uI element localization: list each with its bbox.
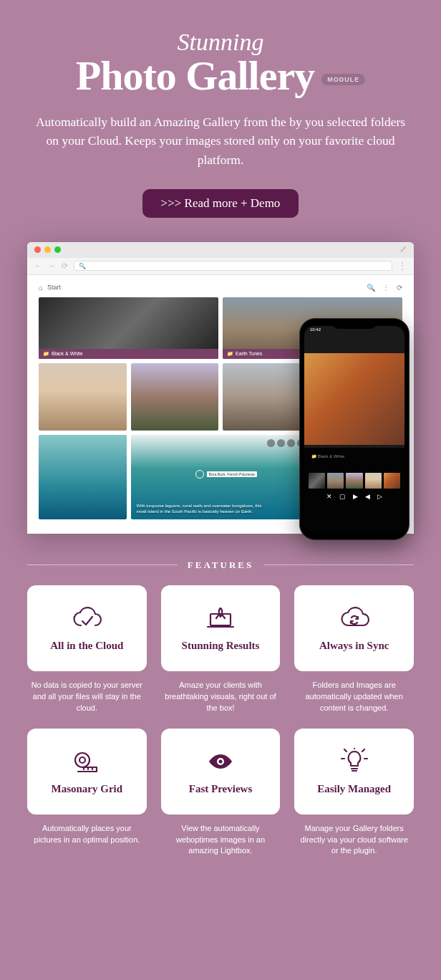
feature-desc: Automatically places your pictures in an… (27, 823, 147, 846)
next-icon: ▷ (377, 493, 382, 500)
play-icon: ▶ (353, 493, 358, 500)
control-icon (267, 439, 275, 447)
svg-point-2 (79, 757, 85, 763)
thumbnail (384, 473, 400, 489)
reload-icon: ⟳ (62, 261, 68, 271)
measure-tape-icon (69, 747, 104, 776)
kebab-icon: ⋮ (382, 284, 389, 292)
module-badge: MODULE (321, 74, 365, 85)
folder-icon: 📁 (43, 351, 49, 357)
tile-label: Black & White (52, 351, 83, 356)
thumbnail (365, 473, 382, 489)
location-pin: Bora Bora, French Polynesia (195, 470, 257, 479)
feature-title: Easily Managed (317, 783, 391, 795)
feature-sync: Always in Sync Folders and Images are au… (294, 585, 414, 714)
breadcrumb-start: Start (47, 284, 61, 291)
refresh-icon: ⟳ (397, 284, 402, 292)
browser-mockup: ⤢ ← → ⟳ 🔍 ⋮ ⌂ Start 🔍 (27, 242, 414, 534)
feature-desc: No data is copied to your server and all… (27, 680, 147, 714)
close-icon: ✕ (326, 493, 332, 500)
feature-results: Stunning Results Amaze your clients with… (161, 585, 281, 714)
control-icon (287, 439, 295, 447)
gallery-tile: 📁 Black & White (39, 297, 218, 359)
thumbnail (346, 473, 362, 489)
laptop-rocket-icon (203, 604, 238, 633)
browser-toolbar: ← → ⟳ 🔍 ⋮ (27, 258, 414, 275)
feature-preview: Fast Previews View the automatically web… (161, 729, 281, 858)
stop-icon: ▢ (339, 493, 346, 500)
gallery-tile (39, 363, 127, 431)
search-icon: 🔍 (367, 284, 375, 292)
home-icon: ⌂ (39, 284, 43, 292)
feature-title: Stunning Results (182, 640, 260, 652)
close-dot (34, 246, 41, 253)
phone-gallery-label: 📁 Black & White (311, 453, 400, 458)
read-more-button[interactable]: >>> Read more + Demo (142, 189, 299, 218)
feature-desc: View the automatically weboptimes images… (161, 823, 281, 858)
caption-line: small island in the South Pacific is bas… (137, 509, 262, 515)
cloud-sync-icon (337, 604, 372, 633)
feature-desc: Amaze your clients with breathtaking vis… (161, 680, 281, 714)
features-heading: FEATURES (188, 559, 253, 571)
feature-title: Masonary Grid (52, 783, 123, 795)
thumbnail (309, 473, 325, 489)
feature-grid: Masonary Grid Automatically places your … (27, 729, 147, 858)
svg-point-4 (218, 760, 222, 764)
phone-mockup: 10:42 📁 Black & White ✕ (299, 318, 410, 540)
page-title: Photo Gallery (76, 52, 314, 100)
folder-icon: 📁 (311, 454, 316, 458)
feature-managed: Easily Managed Manage your Gallery folde… (294, 729, 414, 858)
phone-notch (331, 319, 377, 329)
folder-icon: 📁 (227, 351, 233, 357)
divider (27, 565, 178, 565)
subtitle: Automatically build an Amazing Gallery f… (34, 112, 407, 169)
feature-title: All in the Cloud (50, 640, 123, 652)
window-titlebar: ⤢ (27, 242, 414, 258)
pin-icon (195, 470, 204, 479)
expand-icon: ⤢ (399, 244, 407, 255)
cloud-check-icon (69, 604, 104, 633)
control-icon (277, 439, 285, 447)
feature-cloud: All in the Cloud No data is copied to yo… (27, 585, 147, 714)
gallery-tile (39, 435, 127, 519)
gallery-tile (131, 363, 219, 431)
phone-time: 10:42 (310, 327, 321, 332)
search-icon: 🔍 (79, 263, 86, 269)
eye-icon (203, 747, 238, 776)
gallery-tile-featured: Bora Bora, French Polynesia With turquoi… (131, 435, 311, 519)
back-icon: ← (34, 261, 42, 270)
caption-line: With turquoise lagoons, coral reefs and … (137, 504, 262, 509)
thumbnail (327, 473, 344, 489)
gallery-tile (223, 363, 311, 431)
prev-icon: ◀ (365, 493, 370, 500)
phone-label-text: Black & White (318, 454, 344, 458)
feature-title: Always in Sync (319, 640, 389, 652)
phone-hero-image (304, 353, 404, 445)
menu-icon: ⋮ (398, 261, 407, 272)
lightbulb-idea-icon (337, 747, 372, 776)
svg-point-1 (75, 753, 89, 767)
pin-label: Bora Bora, French Polynesia (207, 471, 257, 477)
maximize-dot (54, 246, 61, 253)
forward-icon: → (48, 261, 56, 270)
url-bar: 🔍 (74, 261, 392, 271)
minimize-dot (44, 246, 51, 253)
feature-title: Fast Previews (189, 783, 252, 795)
feature-desc: Manage your Gallery folders directly via… (294, 823, 414, 858)
divider (263, 565, 414, 565)
image-caption: With turquoise lagoons, coral reefs and … (137, 504, 262, 515)
tile-label: Earth Tones (236, 351, 262, 356)
feature-desc: Folders and Images are automatically upd… (294, 680, 414, 714)
